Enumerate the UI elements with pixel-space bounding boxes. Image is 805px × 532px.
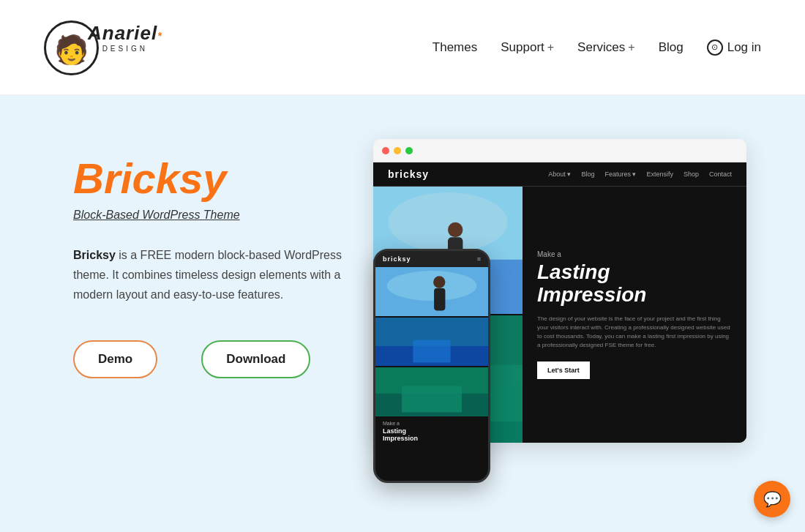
download-button[interactable]: Download xyxy=(201,340,310,378)
hero-title: Bricksy xyxy=(73,154,366,203)
hero-buttons: Demo Download xyxy=(73,340,366,378)
bricksy-hero-pre: Make a xyxy=(537,250,732,258)
nav-themes[interactable]: Themes xyxy=(433,40,477,55)
bricksy-nav-bar: bricksy About ▾ Blog Features ▾ Extensif… xyxy=(373,162,746,187)
bricksy-nav-features: Features ▾ xyxy=(604,171,636,178)
demo-button[interactable]: Demo xyxy=(73,340,157,378)
svg-rect-17 xyxy=(434,288,445,311)
phone-mockup: bricksy ≡ xyxy=(373,249,490,483)
svg-rect-23 xyxy=(402,386,462,413)
phone-content: Make a Lasting Impression xyxy=(375,267,488,473)
bricksy-hero-title: Lasting Impression xyxy=(537,261,732,307)
phone-caption-pre: Make a xyxy=(383,421,481,426)
phone-bar: bricksy ≡ xyxy=(375,251,488,267)
phone-image-grid xyxy=(375,267,488,413)
logo[interactable]: 🧑 Anariel* DESIGN xyxy=(44,18,139,77)
phone-img-1 xyxy=(375,267,488,316)
login-button[interactable]: ⊙ Log in xyxy=(707,40,761,56)
browser-dot-yellow xyxy=(394,147,401,154)
browser-bar xyxy=(373,139,746,162)
login-label: Log in xyxy=(727,40,761,55)
browser-dot-green xyxy=(405,147,413,154)
hero-right: bricksy About ▾ Blog Features ▾ Extensif… xyxy=(410,139,746,505)
hero-left: Bricksy Block-Based WordPress Theme Bric… xyxy=(73,139,366,378)
svg-point-16 xyxy=(433,276,445,288)
phone-img-2 xyxy=(375,318,488,367)
nav-services[interactable]: Services + xyxy=(577,40,635,55)
hero-description: Bricksy is a FREE modern block-based Wor… xyxy=(73,245,366,305)
nav-blog[interactable]: Blog xyxy=(659,40,684,55)
phone-logo: bricksy xyxy=(383,255,411,263)
phone-menu-icon: ≡ xyxy=(477,255,481,263)
bricksy-nav-blog: Blog xyxy=(581,171,594,178)
logo-sub-text: DESIGN xyxy=(88,45,162,53)
svg-rect-20 xyxy=(413,340,450,362)
hero-desc-bold: Bricksy xyxy=(73,249,116,261)
phone-caption: Make a Lasting Impression xyxy=(375,413,488,449)
svg-point-3 xyxy=(448,222,463,237)
bricksy-logo: bricksy xyxy=(388,168,429,180)
bricksy-hero-text: Make a Lasting Impression The design of … xyxy=(523,187,746,443)
bricksy-nav-extensify: Extensify xyxy=(646,171,673,178)
login-icon: ⊙ xyxy=(707,40,723,56)
browser-dot-red xyxy=(382,147,389,154)
bricksy-nav-links: About ▾ Blog Features ▾ Extensify Shop C… xyxy=(548,171,732,178)
chat-bubble[interactable]: 💬 xyxy=(754,481,790,517)
main-nav: Themes Support + Services + Blog ⊙ Log i… xyxy=(433,40,761,56)
hero-section: Bricksy Block-Based WordPress Theme Bric… xyxy=(0,95,805,532)
bricksy-cta-button[interactable]: Let's Start xyxy=(537,361,590,379)
bricksy-nav-about: About ▾ xyxy=(548,171,571,178)
phone-img-3 xyxy=(375,367,488,416)
nav-support[interactable]: Support + xyxy=(501,40,554,55)
services-plus-icon: + xyxy=(628,41,634,54)
bricksy-nav-contact: Contact xyxy=(709,171,732,178)
bricksy-hero-desc: The design of your website is the face o… xyxy=(537,315,732,350)
bricksy-nav-shop: Shop xyxy=(684,171,699,178)
chat-icon: 💬 xyxy=(763,490,782,508)
hero-subtitle: Block-Based WordPress Theme xyxy=(73,209,366,222)
svg-point-15 xyxy=(387,271,477,301)
phone-caption-bold: Lasting Impression xyxy=(383,427,481,442)
logo-brand-text: Anariel* xyxy=(88,22,162,45)
support-plus-icon: + xyxy=(547,41,554,54)
header: 🧑 Anariel* DESIGN Themes Support + Servi… xyxy=(0,0,805,95)
